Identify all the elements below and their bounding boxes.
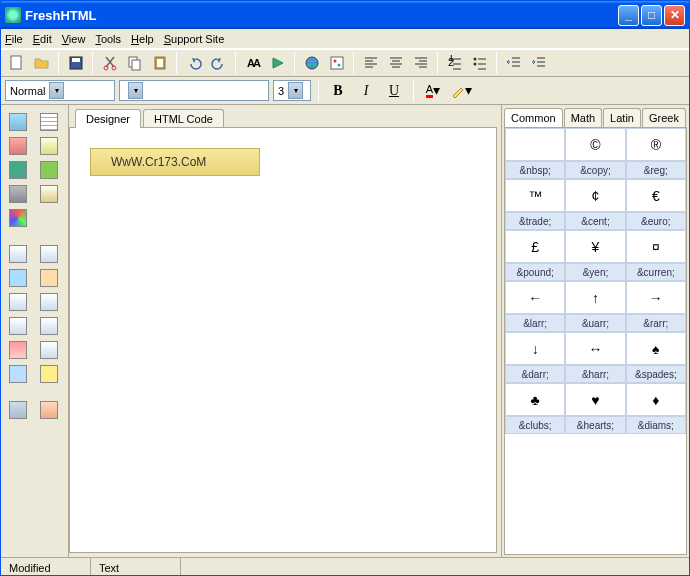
- tool-date-icon[interactable]: [40, 137, 58, 155]
- statusbar: Modified Text: [1, 557, 689, 576]
- char-symbol[interactable]: [505, 128, 565, 161]
- char-symbol[interactable]: ¥: [565, 230, 625, 263]
- indent-button[interactable]: [527, 52, 550, 74]
- tool-script-icon[interactable]: [9, 161, 27, 179]
- char-code: &hearts;: [565, 416, 625, 434]
- menu-support[interactable]: Support Site: [164, 33, 225, 45]
- canvas-note[interactable]: WwW.Cr173.CoM: [90, 148, 260, 176]
- char-code: &reg;: [626, 161, 686, 179]
- cut-button[interactable]: [98, 52, 121, 74]
- tool-grid-icon[interactable]: [40, 341, 58, 359]
- maximize-button[interactable]: □: [641, 5, 662, 26]
- globe-button[interactable]: [300, 52, 323, 74]
- char-symbol[interactable]: ®: [626, 128, 686, 161]
- tool-edit-icon[interactable]: [40, 185, 58, 203]
- menu-edit[interactable]: Edit: [33, 33, 52, 45]
- tool-input-icon[interactable]: [9, 269, 27, 287]
- char-code: &clubs;: [505, 416, 565, 434]
- copy-button[interactable]: [123, 52, 146, 74]
- preview-button[interactable]: [266, 52, 289, 74]
- char-symbol[interactable]: ¤: [626, 230, 686, 263]
- tool-textarea-icon[interactable]: [40, 269, 58, 287]
- char-symbol[interactable]: ¢: [565, 179, 625, 212]
- unordered-list-button[interactable]: [468, 52, 491, 74]
- svg-point-13: [333, 60, 336, 63]
- designer-canvas[interactable]: WwW.Cr173.CoM: [69, 127, 497, 553]
- app-icon: [5, 7, 21, 23]
- tool-form-icon[interactable]: [9, 245, 27, 263]
- tool-select-icon[interactable]: [40, 317, 58, 335]
- redo-button[interactable]: [207, 52, 230, 74]
- tool-checkbox-icon[interactable]: [40, 293, 58, 311]
- tool-table-icon[interactable]: [40, 113, 58, 131]
- editor-tabs: Designer HTML Code: [69, 105, 501, 127]
- char-code: &spades;: [626, 365, 686, 383]
- char-symbol[interactable]: €: [626, 179, 686, 212]
- align-center-button[interactable]: [384, 52, 407, 74]
- align-right-button[interactable]: [409, 52, 432, 74]
- char-symbol[interactable]: ♦: [626, 383, 686, 416]
- font-select[interactable]: ▾: [119, 80, 269, 101]
- tool-color-icon[interactable]: [9, 209, 27, 227]
- char-code: &euro;: [626, 212, 686, 230]
- chartab-common[interactable]: Common: [504, 108, 563, 127]
- undo-button[interactable]: [182, 52, 205, 74]
- tool-list-icon[interactable]: [9, 365, 27, 383]
- char-code: &pound;: [505, 263, 565, 281]
- italic-button[interactable]: I: [354, 80, 378, 102]
- char-symbol[interactable]: ↑: [565, 281, 625, 314]
- menubar: File Edit View Tools Help Support Site: [1, 29, 689, 49]
- char-symbol[interactable]: ♠: [626, 332, 686, 365]
- tool-note-icon[interactable]: [40, 365, 58, 383]
- options-button[interactable]: [325, 52, 348, 74]
- highlight-button[interactable]: ▾: [449, 80, 473, 102]
- ordered-list-button[interactable]: 12: [443, 52, 466, 74]
- tool-media-icon[interactable]: [40, 401, 58, 419]
- char-symbol[interactable]: →: [626, 281, 686, 314]
- style-select[interactable]: Normal▾: [5, 80, 115, 101]
- left-tool-panel: [1, 105, 69, 557]
- save-button[interactable]: [64, 52, 87, 74]
- close-button[interactable]: ✕: [664, 5, 685, 26]
- menu-help[interactable]: Help: [131, 33, 154, 45]
- tool-sound-icon[interactable]: [9, 401, 27, 419]
- chartab-greek[interactable]: Greek: [642, 108, 686, 127]
- bold-button[interactable]: B: [326, 80, 350, 102]
- find-button[interactable]: AA: [241, 52, 264, 74]
- char-symbol[interactable]: ™: [505, 179, 565, 212]
- outdent-button[interactable]: [502, 52, 525, 74]
- chartab-math[interactable]: Math: [564, 108, 602, 127]
- tool-radio-icon[interactable]: [9, 317, 27, 335]
- tool-chart-icon[interactable]: [9, 341, 27, 359]
- tool-anchor-icon[interactable]: [9, 185, 27, 203]
- paste-button[interactable]: [148, 52, 171, 74]
- tool-calendar-icon[interactable]: [9, 137, 27, 155]
- char-symbol[interactable]: ←: [505, 281, 565, 314]
- tool-image-icon[interactable]: [9, 113, 27, 131]
- new-button[interactable]: [5, 52, 28, 74]
- tool-button-icon[interactable]: [9, 293, 27, 311]
- char-symbol[interactable]: £: [505, 230, 565, 263]
- char-symbol[interactable]: ↓: [505, 332, 565, 365]
- size-select[interactable]: 3▾: [273, 80, 311, 101]
- minimize-button[interactable]: _: [618, 5, 639, 26]
- char-symbol[interactable]: ♥: [565, 383, 625, 416]
- menu-tools[interactable]: Tools: [95, 33, 121, 45]
- char-symbol[interactable]: ©: [565, 128, 625, 161]
- menu-view[interactable]: View: [62, 33, 86, 45]
- font-color-button[interactable]: A ▾: [421, 80, 445, 102]
- char-symbol[interactable]: ♣: [505, 383, 565, 416]
- tool-br-icon[interactable]: [40, 161, 58, 179]
- main-toolbar: AA 12: [1, 49, 689, 77]
- char-symbol[interactable]: ↔: [565, 332, 625, 365]
- tab-designer[interactable]: Designer: [75, 109, 141, 128]
- tab-htmlcode[interactable]: HTML Code: [143, 109, 224, 128]
- underline-button[interactable]: U: [382, 80, 406, 102]
- menu-file[interactable]: File: [5, 33, 23, 45]
- character-grid[interactable]: ©®&nbsp;&copy;&reg;™¢€&trade;&cent;&euro…: [504, 127, 687, 555]
- tool-frame-icon[interactable]: [40, 245, 58, 263]
- align-left-button[interactable]: [359, 52, 382, 74]
- open-button[interactable]: [30, 52, 53, 74]
- character-panel: Common Math Latin Greek ©®&nbsp;&copy;&r…: [501, 105, 689, 557]
- chartab-latin[interactable]: Latin: [603, 108, 641, 127]
